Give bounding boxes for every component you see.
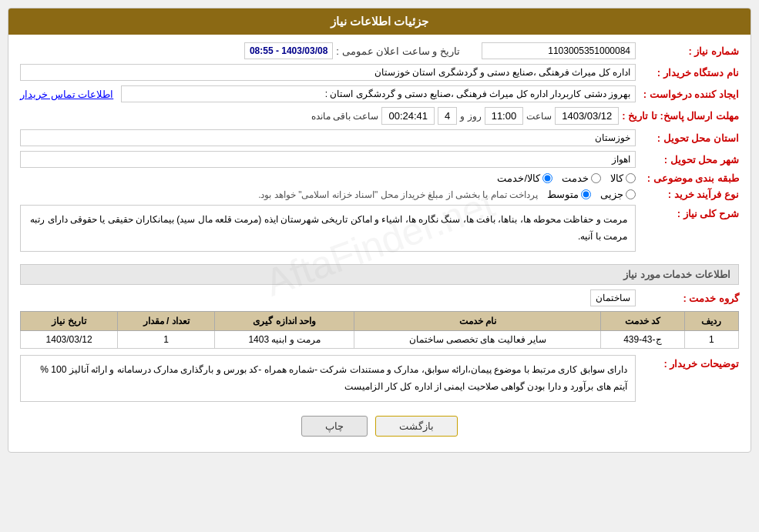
shahr-row: شهر محل تحویل : اهواز [20,151,739,168]
table-cell-unit: مرمت و ابنیه 1403 [215,331,354,349]
table-cell-name: سایر فعالیت های تخصصی ساختمان [354,331,601,349]
ostan-label: استان محل تحویل : [639,132,739,144]
tabaqe-row: طبقه بندی موضوعی : کالا خدمت کالا/خدمت [20,172,739,184]
table-cell-code: ج-43-439 [601,331,685,349]
baghimande-label: ساعت باقی مانده [311,111,379,122]
baghimande-value: 00:24:41 [381,107,435,125]
ejad-konande-row: ایجاد کننده درخواست : بهروز دشتی کاربردا… [20,85,739,102]
ostan-value: خوزستان [20,129,636,146]
tarikh-elaan-value: 1403/03/08 - 08:55 [244,42,333,59]
shomare-niaz-label: شماره نیاز : [639,45,739,57]
col-name: نام خدمت [354,312,601,331]
card-body: AftaFinder.net شماره نیاز : 110300535100… [8,35,751,452]
grooh-khedmat-label: گروه خدمت : [639,293,739,304]
tabaqe-kala-khedmat-label: کالا/خدمت [497,172,540,184]
ejad-konande-value: بهروز دشتی کاربردار اداره کل میراث فرهنگ… [121,85,636,102]
nofarayand-motevaset-radio[interactable] [581,189,591,199]
nam-dastgah-label: نام دستگاه خریدار : [639,67,739,79]
col-tarikh: تاریخ نیاز [21,312,118,331]
tabaqe-kala-item: کالا [610,172,636,184]
sharh-label: شرح کلی نیاز : [639,205,739,219]
tabaqe-khedmat-label: خدمت [562,172,589,184]
mohlat-label: مهلت ارسال پاسخ: تا تاریخ : [622,110,739,122]
tabaqe-khedmat-radio[interactable] [591,173,601,183]
tabaqe-kala-khedmat-radio[interactable] [542,173,552,183]
nofarayand-radio-group: جزیی متوسط پرداخت تمام یا بخشی از مبلغ خ… [20,189,636,200]
nam-dastgah-row: نام دستگاه خریدار : اداره کل میراث فرهنگ… [20,64,739,81]
nofarayand-motevaset-item: متوسط [547,189,591,200]
sharh-row: شرح کلی نیاز : مرمت و حفاظت محوطه ها، بن… [20,205,739,258]
tabaqe-label: طبقه بندی موضوعی : [639,172,739,184]
shahr-value: اهواز [20,151,636,168]
table-cell-tedad: 1 [118,331,215,349]
back-button[interactable]: بازگشت [375,416,458,437]
ostan-row: استان محل تحویل : خوزستان [20,129,739,146]
footer-buttons: بازگشت چاپ [20,416,739,444]
grooh-khedmat-row: گروه خدمت : ساختمان [20,289,739,306]
print-button[interactable]: چاپ [301,416,368,437]
tabaqe-kala-radio[interactable] [626,173,636,183]
tabaqe-khedmat-item: خدمت [562,172,601,184]
tabaqe-kala-khedmat-item: کالا/خدمت [497,172,552,184]
grooh-khedmat-value: ساختمان [590,289,636,306]
shomare-elaan-row: شماره نیاز : 1103005351000084 تاریخ و سا… [20,42,739,59]
main-card: جزئیات اطلاعات نیاز AftaFinder.net شماره… [8,8,751,453]
nofarayand-jozii-item: جزیی [600,189,636,200]
tarikh-elaan-label: تاریخ و ساعت اعلان عمومی : [336,45,460,57]
nofarayand-jozii-radio[interactable] [626,189,636,199]
nofarayand-row: نوع فرآیند خرید : جزیی متوسط پرداخت تمام… [20,189,739,200]
nam-dastgah-value: اداره کل میراث فرهنگی ،صنایع دستی و گردش… [20,64,636,81]
table-row: 1ج-43-439سایر فعالیت های تخصصی ساختمانمر… [21,331,739,349]
table-cell-radif: 1 [684,331,738,349]
ettela-khadamat-label: اطلاعات خدمات مورد نیاز [623,269,730,280]
nofarayand-motevaset-label: متوسط [547,189,579,200]
col-code: کد خدمت [601,312,685,331]
etelaatTamas-link[interactable]: اطلاعات تماس خریدار [20,89,113,100]
tozi-row: توضیحات خریدار : دارای سوابق کاری مرتبط … [20,355,739,408]
tabaqe-radio-group: کالا خدمت کالا/خدمت [20,172,636,184]
ettela-khadamat-section: اطلاعات خدمات مورد نیاز [20,264,739,285]
shomare-niaz-value: 1103005351000084 [482,42,636,59]
nofarayand-jozii-label: جزیی [600,189,623,200]
page-title: جزئیات اطلاعات نیاز [331,15,428,28]
col-radif: ردیف [684,312,738,331]
saat-value: 11:00 [485,107,524,125]
col-unit: واحد اندازه گیری [215,312,354,331]
nofarayand-desc: پرداخت تمام یا بخشی از مبلغ خریداز محل "… [258,189,538,200]
rooz-value: 4 [438,107,457,125]
table-cell-tarikh: 1403/03/12 [21,331,118,349]
shahr-label: شهر محل تحویل : [639,154,739,166]
sharh-value: مرمت و حفاظت محوطه ها، بناها، بافت ها، س… [20,205,636,252]
tozi-label: توضیحات خریدار : [639,355,739,370]
card-header: جزئیات اطلاعات نیاز [8,8,751,35]
tarikh-value: 1403/03/12 [555,107,619,125]
saat-label: ساعت [526,111,552,122]
page-wrapper: جزئیات اطلاعات نیاز AftaFinder.net شماره… [0,0,759,460]
nofarayand-label: نوع فرآیند خرید : [639,189,739,200]
col-tedad: تعداد / مقدار [118,312,215,331]
tozi-value: دارای سوابق کاری مرتبط با موضوع پیمان،ار… [20,355,636,402]
rooz-label: روز و [460,111,481,122]
ejad-konande-label: ایجاد کننده درخواست : [639,89,739,100]
service-table: ردیف کد خدمت نام خدمت واحد اندازه گیری ت… [20,311,739,349]
tabaqe-kala-label: کالا [610,172,623,184]
mohlat-row: مهلت ارسال پاسخ: تا تاریخ : 1403/03/12 س… [20,107,739,125]
